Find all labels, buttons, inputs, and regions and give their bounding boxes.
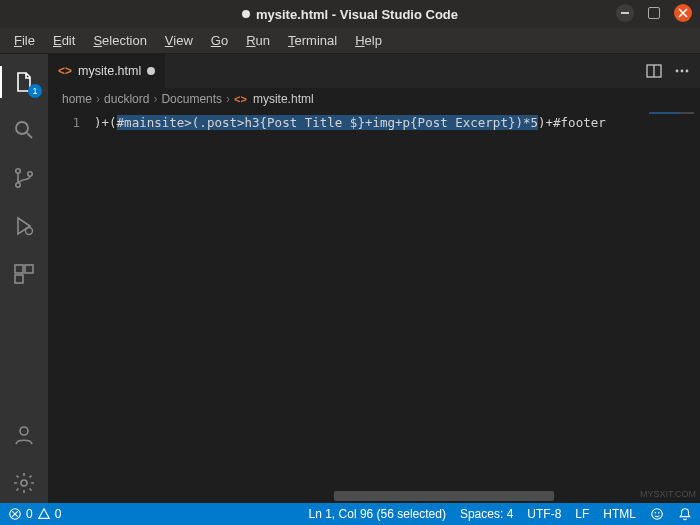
editor-group: <> mysite.html home › ducklord › Documen… xyxy=(48,54,700,503)
feedback-smiley-icon xyxy=(650,507,664,521)
menu-go[interactable]: Go xyxy=(203,31,236,50)
window-title-text: mysite.html - Visual Studio Code xyxy=(256,7,458,22)
svg-point-16 xyxy=(654,512,656,514)
crumb[interactable]: ducklord xyxy=(104,92,149,106)
account-icon xyxy=(12,423,36,447)
chevron-right-icon: › xyxy=(226,92,230,106)
tabs-row: <> mysite.html xyxy=(48,54,700,88)
crumb[interactable]: Documents xyxy=(161,92,222,106)
activity-bar: 1 xyxy=(0,54,48,503)
svg-point-3 xyxy=(28,172,32,176)
svg-point-9 xyxy=(21,480,27,486)
svg-rect-7 xyxy=(15,275,23,283)
svg-point-8 xyxy=(20,427,28,435)
crumb[interactable]: home xyxy=(62,92,92,106)
more-actions-icon[interactable] xyxy=(674,63,690,79)
svg-point-15 xyxy=(652,509,663,520)
line-number: 1 xyxy=(48,114,80,132)
svg-rect-5 xyxy=(15,265,23,273)
breadcrumb[interactable]: home › ducklord › Documents › <> mysite.… xyxy=(48,88,700,110)
status-problems[interactable]: 0 0 xyxy=(8,507,61,521)
extensions-icon xyxy=(12,262,36,286)
branch-icon xyxy=(12,166,36,190)
debug-icon xyxy=(12,214,36,238)
status-bar: 0 0 Ln 1, Col 96 (56 selected) Spaces: 4… xyxy=(0,503,700,525)
svg-point-13 xyxy=(686,70,689,73)
status-eol[interactable]: LF xyxy=(575,507,589,521)
code-selection: #mainsite>(.post>h3{Post Title $}+img+p{… xyxy=(117,115,538,130)
explorer-badge: 1 xyxy=(28,84,42,98)
status-errors-count: 0 xyxy=(26,507,33,521)
activity-settings[interactable] xyxy=(0,463,48,503)
status-warnings-count: 0 xyxy=(55,507,62,521)
status-indentation[interactable]: Spaces: 4 xyxy=(460,507,513,521)
activity-explorer[interactable]: 1 xyxy=(0,62,48,102)
svg-rect-6 xyxy=(25,265,33,273)
main-area: 1 <> mysite.html xyxy=(0,54,700,503)
menu-file[interactable]: File xyxy=(6,31,43,50)
tab-mysite[interactable]: <> mysite.html xyxy=(48,54,166,88)
menu-bar: File Edit Selection View Go Run Terminal… xyxy=(0,28,700,54)
menu-edit[interactable]: Edit xyxy=(45,31,83,50)
code-content[interactable]: )+(#mainsite>(.post>h3{Post Title $}+img… xyxy=(94,110,642,503)
minimize-button[interactable] xyxy=(616,4,634,22)
activity-run-debug[interactable] xyxy=(0,206,48,246)
window-title: mysite.html - Visual Studio Code xyxy=(0,7,700,22)
window-controls xyxy=(616,4,692,22)
status-feedback[interactable] xyxy=(650,507,664,521)
minimap[interactable] xyxy=(642,110,700,503)
tab-dirty-dot-icon xyxy=(147,67,155,75)
crumb-file[interactable]: mysite.html xyxy=(253,92,314,106)
status-encoding[interactable]: UTF-8 xyxy=(527,507,561,521)
error-icon xyxy=(8,507,22,521)
close-button[interactable] xyxy=(674,4,692,22)
menu-selection[interactable]: Selection xyxy=(85,31,154,50)
warning-icon xyxy=(37,507,51,521)
svg-point-12 xyxy=(681,70,684,73)
maximize-button[interactable] xyxy=(648,7,660,19)
status-cursor-position[interactable]: Ln 1, Col 96 (56 selected) xyxy=(309,507,446,521)
line-gutter: 1 xyxy=(48,110,94,503)
code-editor[interactable]: 1 )+(#mainsite>(.post>h3{Post Title $}+i… xyxy=(48,110,700,503)
svg-point-1 xyxy=(16,169,20,173)
split-editor-icon[interactable] xyxy=(646,63,662,79)
gear-icon xyxy=(12,471,36,495)
code-suffix: )+#footer xyxy=(538,115,606,130)
html-file-icon: <> xyxy=(234,93,247,105)
activity-source-control[interactable] xyxy=(0,158,48,198)
menu-view[interactable]: View xyxy=(157,31,201,50)
chevron-right-icon: › xyxy=(96,92,100,106)
chevron-right-icon: › xyxy=(153,92,157,106)
bell-icon xyxy=(678,507,692,521)
unsaved-dot-icon xyxy=(242,10,250,18)
svg-point-11 xyxy=(676,70,679,73)
svg-point-17 xyxy=(658,512,660,514)
menu-terminal[interactable]: Terminal xyxy=(280,31,345,50)
watermark-text: MYSXIT.COM xyxy=(640,489,696,499)
status-language[interactable]: HTML xyxy=(603,507,636,521)
activity-search[interactable] xyxy=(0,110,48,150)
menu-run[interactable]: Run xyxy=(238,31,278,50)
status-notifications[interactable] xyxy=(678,507,692,521)
horizontal-scrollbar-thumb[interactable] xyxy=(334,491,554,501)
title-bar: mysite.html - Visual Studio Code xyxy=(0,0,700,28)
close-icon xyxy=(678,8,688,18)
activity-extensions[interactable] xyxy=(0,254,48,294)
editor-actions xyxy=(636,54,700,88)
search-icon xyxy=(12,118,36,142)
tab-label: mysite.html xyxy=(78,64,141,78)
activity-accounts[interactable] xyxy=(0,415,48,455)
html-file-icon: <> xyxy=(58,64,72,78)
menu-help[interactable]: Help xyxy=(347,31,390,50)
code-prefix: )+( xyxy=(94,115,117,130)
svg-point-4 xyxy=(26,228,33,235)
svg-point-2 xyxy=(16,183,20,187)
svg-point-0 xyxy=(16,122,28,134)
